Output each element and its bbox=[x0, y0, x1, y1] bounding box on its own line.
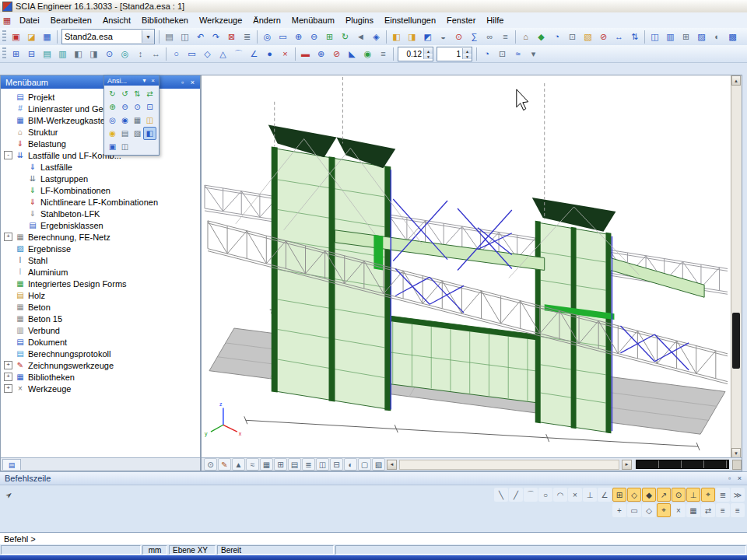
menu-einstellungen[interactable]: Einstellungen bbox=[379, 13, 441, 27]
snap-endpoint-icon[interactable]: ◆ bbox=[642, 488, 656, 502]
tree-item-struktur[interactable]: ⌂ Struktur bbox=[1, 126, 200, 138]
deselect-icon[interactable]: ⊟ bbox=[24, 47, 39, 61]
print-view-icon[interactable]: ◫ bbox=[143, 114, 156, 127]
animation-bar[interactable] bbox=[636, 460, 729, 469]
scroll-up-icon[interactable]: ▲ bbox=[731, 75, 741, 86]
fit-width-icon[interactable]: ↔ bbox=[612, 30, 626, 44]
tree-item-lastgruppen[interactable]: ⇊ Lastgruppen bbox=[1, 173, 200, 184]
pan-icon[interactable]: ⊞ bbox=[322, 30, 337, 44]
view-params-icon[interactable]: ▤ bbox=[118, 127, 132, 140]
pin-icon[interactable]: ▫ bbox=[724, 474, 735, 484]
pan-vertical-icon[interactable]: ⇅ bbox=[131, 87, 144, 100]
contrast-display-icon[interactable]: ◐ bbox=[344, 458, 357, 471]
erase-icon[interactable]: × bbox=[278, 47, 293, 61]
menu-hilfe[interactable]: Hilfe bbox=[481, 13, 509, 27]
list-icon[interactable]: ≡ bbox=[498, 30, 513, 44]
tree-item-belastung[interactable]: ⇓ Belastung bbox=[1, 138, 200, 149]
cascade-windows-icon[interactable]: ▨ bbox=[694, 30, 709, 44]
tree-item-lastfaelle-und-lf-komb[interactable]: - ⇊ Lastfälle und LF-Komb... bbox=[1, 149, 200, 161]
tree-item-lastfaelle[interactable]: ⇓ Lastfälle bbox=[1, 161, 200, 173]
rotate-view-icon[interactable]: ↻ bbox=[338, 30, 352, 44]
tree-item-stahlbeton-lfk[interactable]: ⇓ Stahlbeton-LFK bbox=[1, 208, 200, 219]
mesh-snap-icon[interactable]: ▦ bbox=[686, 503, 700, 517]
zoom-in-icon[interactable]: ⊕ bbox=[291, 30, 306, 44]
pattern-icon[interactable]: ▩ bbox=[725, 30, 740, 44]
window-display-icon[interactable]: ◫ bbox=[316, 458, 329, 471]
viewport-vscrollbar[interactable]: ▲ ▼ bbox=[731, 75, 742, 458]
tree-item-holz[interactable]: ▤ Holz bbox=[1, 289, 200, 301]
tree-item-nichtlineare-lf-kombinationen[interactable]: ⇓ Nichtlineare LF-Kombinationen bbox=[1, 196, 200, 208]
spinner-up-icon[interactable]: ▲ bbox=[424, 48, 433, 54]
line-tool-icon[interactable]: ▭ bbox=[184, 47, 199, 61]
model-3d-view[interactable]: z x y bbox=[202, 75, 731, 458]
dot-icon[interactable]: ◉ bbox=[360, 47, 375, 61]
hatch-icon[interactable]: ▧ bbox=[580, 30, 595, 44]
menu-bearbeiten[interactable]: Bearbeiten bbox=[45, 13, 97, 27]
spinner-down-icon[interactable]: ▼ bbox=[424, 54, 433, 59]
undo-icon[interactable]: ↶ bbox=[193, 30, 208, 44]
zoom-previous-icon[interactable]: ◎ bbox=[106, 114, 119, 127]
scale-spinner-input[interactable] bbox=[398, 49, 423, 59]
close-icon[interactable]: × bbox=[188, 77, 198, 87]
zoom-all-icon[interactable]: ⊙ bbox=[131, 100, 144, 114]
half-left-icon[interactable]: ◧ bbox=[71, 47, 86, 61]
table-view-icon[interactable]: ▤ bbox=[40, 47, 54, 61]
zoom-in-icon[interactable]: ⊕ bbox=[106, 100, 119, 114]
tree-item-dokument[interactable]: ▤ Dokument bbox=[1, 336, 200, 348]
zoom-all-icon[interactable]: ◎ bbox=[260, 30, 275, 44]
grid-display-icon[interactable]: ⊞ bbox=[274, 458, 287, 471]
more-options-icon[interactable]: ▾ bbox=[526, 47, 541, 61]
table-display-icon[interactable]: ▤ bbox=[288, 458, 301, 471]
toolbar-grip[interactable] bbox=[2, 30, 6, 43]
weld-icon[interactable]: ⊕ bbox=[314, 47, 328, 61]
approx-icon[interactable]: ≈ bbox=[510, 47, 525, 61]
tile-windows-icon[interactable]: ⊞ bbox=[679, 30, 693, 44]
solid-circle-icon[interactable]: ● bbox=[262, 47, 277, 61]
tree-item-ergebnisklassen[interactable]: ▤ Ergebnisklassen bbox=[1, 219, 200, 231]
snap-ortho-icon[interactable]: ⊥ bbox=[686, 488, 700, 502]
factor-spinner-input[interactable] bbox=[437, 49, 462, 59]
menu-fenster[interactable]: Fenster bbox=[441, 13, 481, 27]
properties-icon[interactable]: ≣ bbox=[240, 30, 254, 44]
tree-expander[interactable]: + bbox=[4, 361, 12, 369]
vertical-icon[interactable]: ↕ bbox=[133, 47, 148, 61]
clip-icon[interactable]: ◧ bbox=[143, 127, 156, 140]
clear-icon[interactable]: × bbox=[672, 503, 686, 517]
tree-expander[interactable]: - bbox=[4, 151, 12, 159]
arc-tool-icon[interactable]: ⌒ bbox=[231, 47, 246, 61]
rows-icon[interactable]: ≣ bbox=[302, 458, 315, 471]
zoom-window-icon[interactable]: ▭ bbox=[275, 30, 290, 44]
status-units[interactable]: mm bbox=[142, 545, 167, 555]
fit-height-icon[interactable]: ⇅ bbox=[627, 30, 642, 44]
tree-item-verbund[interactable]: ▥ Verbund bbox=[1, 324, 200, 336]
clipping-box-icon[interactable]: ◒ bbox=[436, 30, 451, 44]
activity-icon[interactable]: ◨ bbox=[405, 30, 419, 44]
infinity-icon[interactable]: ∞ bbox=[482, 30, 497, 44]
project-combo-input[interactable] bbox=[62, 31, 142, 42]
tree-item-aluminium[interactable]: I Aluminium bbox=[1, 266, 200, 278]
snap-arc-icon[interactable]: ⌒ bbox=[524, 488, 538, 502]
menu-werkzeuge[interactable]: Werkzeuge bbox=[194, 13, 247, 27]
snap-angle-icon[interactable]: ∠ bbox=[598, 488, 612, 502]
boxed-icon[interactable]: ⊡ bbox=[495, 47, 510, 61]
pan-horizontal-icon[interactable]: ⇄ bbox=[143, 87, 156, 100]
lightbulb-icon[interactable]: ◉ bbox=[106, 127, 119, 140]
snap-intersection-icon[interactable]: ↗ bbox=[657, 488, 671, 502]
split-window-icon[interactable]: ▥ bbox=[663, 30, 678, 44]
rings-icon[interactable]: ◎ bbox=[117, 47, 132, 61]
sum-icon[interactable]: ∑ bbox=[467, 30, 482, 44]
tree-item-beton[interactable]: ▦ Beton bbox=[1, 301, 200, 313]
redo-icon[interactable]: ↷ bbox=[209, 30, 223, 44]
zoom-out-icon[interactable]: ⊖ bbox=[307, 30, 321, 44]
camera-icon[interactable]: ◫ bbox=[118, 140, 132, 153]
visibility-icon[interactable]: ◩ bbox=[420, 30, 435, 44]
tree-item-beton-15[interactable]: ▦ Beton 15 bbox=[1, 313, 200, 324]
save-project-icon[interactable]: ▦ bbox=[40, 30, 54, 44]
tree-item-integriertes-design-forms[interactable]: ▦ Integriertes Design Forms bbox=[1, 278, 200, 289]
contrast-icon[interactable]: ◐ bbox=[710, 30, 724, 44]
spinner-down-icon[interactable]: ▼ bbox=[463, 54, 472, 59]
select-icon[interactable]: ⊞ bbox=[9, 47, 23, 61]
tree-tab[interactable]: ▤ bbox=[2, 459, 21, 470]
close-icon[interactable]: × bbox=[735, 474, 745, 484]
tree-expander[interactable]: + bbox=[4, 384, 12, 393]
